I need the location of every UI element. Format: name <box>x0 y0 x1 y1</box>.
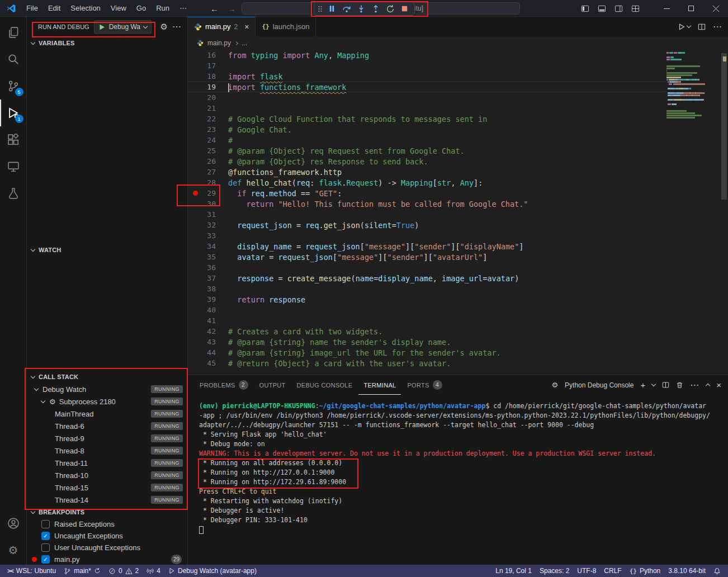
pause-button[interactable] <box>325 3 338 15</box>
debug-config-dropdown[interactable]: Debug Wa <box>94 20 152 34</box>
panel-tab-terminal[interactable]: TERMINAL <box>358 375 401 395</box>
editor-scrollbar[interactable] <box>720 50 728 375</box>
code-lines[interactable]: 16from typing import Any, Mapping1718imp… <box>188 50 665 368</box>
restart-button[interactable] <box>384 3 396 15</box>
close-tab-icon[interactable]: × <box>244 22 249 31</box>
menu-item-run[interactable]: Run <box>151 0 174 17</box>
split-editor-icon[interactable] <box>698 23 706 31</box>
breakpoint-checkbox[interactable]: ✓ <box>41 532 50 540</box>
call-stack-section-header[interactable]: CALL STACK <box>27 371 187 383</box>
menu-item-view[interactable]: View <box>106 0 131 17</box>
kill-terminal-icon[interactable] <box>676 381 683 389</box>
launch-settings-gear-icon[interactable]: ⚙ <box>160 23 168 31</box>
menu-item-more[interactable]: ⋯ <box>174 0 192 17</box>
variables-section-header[interactable]: VARIABLES <box>27 37 187 49</box>
call-stack-row[interactable]: Thread-15RUNNING <box>27 481 187 494</box>
activity-explorer[interactable] <box>0 19 27 46</box>
terminal-name[interactable]: Python Debug Console <box>565 381 634 389</box>
minimap[interactable] <box>666 51 720 119</box>
call-stack-row[interactable]: Thread-14RUNNING <box>27 494 187 506</box>
menu-item-file[interactable]: File <box>21 0 43 17</box>
editor[interactable]: 16from typing import Any, Mapping1718imp… <box>188 50 728 375</box>
activity-source-control[interactable]: 5 <box>0 73 27 100</box>
nav-forward-icon[interactable]: → <box>228 4 236 13</box>
step-into-button[interactable] <box>354 3 367 15</box>
ports-indicator[interactable]: 4 <box>143 565 164 577</box>
remote-indicator[interactable]: >< WSL: Ubuntu <box>3 565 60 577</box>
panel-tab-problems[interactable]: PROBLEMS2 <box>195 375 253 395</box>
breadcrumb[interactable]: main.py ... <box>188 36 728 50</box>
minimize-icon[interactable] <box>654 0 679 17</box>
terminal-content[interactable]: (env) pierrick@LAPTOP-HKU5PNNG:~/git/goo… <box>188 395 728 565</box>
stop-button[interactable] <box>398 3 411 15</box>
menu-item-selection[interactable]: Selection <box>65 0 105 17</box>
panel-tab-label: DEBUG CONSOLE <box>297 382 353 389</box>
activity-remote-explorer[interactable] <box>0 153 27 180</box>
breakpoint-icon[interactable] <box>193 191 198 196</box>
breakpoint-row[interactable]: ✓Uncaught Exceptions <box>27 530 187 542</box>
drag-handle-icon[interactable] <box>318 4 323 13</box>
breadcrumb-item[interactable]: main.py <box>207 39 231 47</box>
breakpoint-checkbox[interactable] <box>41 543 50 552</box>
run-python-file-button[interactable] <box>678 23 691 31</box>
chevron-up-icon[interactable] <box>706 384 710 388</box>
call-stack-row[interactable]: ⚙Subprocess 2180RUNNING <box>27 395 187 408</box>
breakpoint-row[interactable]: Raised Exceptions <box>27 518 187 530</box>
indentation-indicator[interactable]: Spaces: 2 <box>536 565 573 577</box>
panel-tab-debug-console[interactable]: DEBUG CONSOLE <box>292 375 358 395</box>
call-stack-row[interactable]: Thread-9RUNNING <box>27 432 187 444</box>
activity-extensions[interactable] <box>0 126 27 153</box>
breakpoint-row[interactable]: User Uncaught Exceptions <box>27 542 187 554</box>
watch-section-header[interactable]: WATCH <box>27 244 187 256</box>
breakpoint-gutter[interactable] <box>188 191 202 196</box>
step-out-button[interactable] <box>369 3 382 15</box>
call-stack-row[interactable]: Thread-10RUNNING <box>27 469 187 481</box>
toggle-secondary-sidebar-icon[interactable] <box>614 4 623 13</box>
panel-tab-ports[interactable]: PORTS4 <box>402 375 447 395</box>
more-actions-icon[interactable]: ⋯ <box>690 381 699 390</box>
customize-layout-icon[interactable] <box>631 4 640 13</box>
more-actions-icon[interactable]: ⋯ <box>172 22 182 31</box>
call-stack-row[interactable]: Thread-6RUNNING <box>27 420 187 432</box>
activity-testing[interactable] <box>0 180 27 207</box>
close-panel-icon[interactable]: × <box>716 381 721 389</box>
cursor-position[interactable]: Ln 19, Col 1 <box>491 565 536 577</box>
panel-tab-output[interactable]: OUTPUT <box>254 375 291 395</box>
tab-launch-json[interactable]: {} launch.json <box>256 17 316 36</box>
scrollbar-slider[interactable] <box>721 53 727 200</box>
breakpoint-row[interactable]: ✓main.py29 <box>27 554 187 565</box>
toggle-panel-icon[interactable] <box>598 4 606 13</box>
eol-indicator[interactable]: CRLF <box>600 565 625 577</box>
notifications-button[interactable] <box>710 565 725 577</box>
language-indicator[interactable]: {} Python <box>626 565 665 577</box>
breadcrumb-item[interactable]: ... <box>242 39 247 47</box>
menu-item-go[interactable]: Go <box>131 0 151 17</box>
call-stack-row[interactable]: MainThreadRUNNING <box>27 408 187 420</box>
toggle-sidebar-icon[interactable] <box>581 4 589 13</box>
breakpoint-checkbox[interactable] <box>41 520 50 528</box>
tab-main-py[interactable]: main.py 2 × <box>188 17 256 36</box>
activity-search[interactable] <box>0 46 27 73</box>
debug-session-indicator[interactable]: Debug Watch (avatar-app) <box>164 565 261 577</box>
step-over-button[interactable] <box>340 3 353 15</box>
activity-run-debug[interactable]: 1 <box>0 100 27 126</box>
branch-indicator[interactable]: main* <box>60 565 105 577</box>
breakpoints-section-header[interactable]: BREAKPOINTS <box>27 506 187 518</box>
settings-button[interactable]: ⚙ <box>0 537 27 564</box>
new-terminal-icon[interactable]: + <box>640 381 645 389</box>
encoding-indicator[interactable]: UTF-8 <box>573 565 600 577</box>
chevron-down-icon[interactable] <box>651 382 656 386</box>
call-stack-row[interactable]: Thread-11RUNNING <box>27 457 187 469</box>
problems-indicator[interactable]: 0 2 <box>105 565 143 577</box>
nav-back-icon[interactable]: ← <box>210 4 219 13</box>
more-actions-icon[interactable]: ⋯ <box>713 22 722 31</box>
menu-item-edit[interactable]: Edit <box>43 0 65 17</box>
split-terminal-icon[interactable] <box>662 381 669 389</box>
accounts-button[interactable] <box>0 510 27 537</box>
maximize-icon[interactable] <box>679 0 703 17</box>
interpreter-indicator[interactable]: 3.8.10 64-bit <box>664 565 710 577</box>
call-stack-row[interactable]: Thread-8RUNNING <box>27 444 187 457</box>
call-stack-row[interactable]: Debug WatchRUNNING <box>27 383 187 395</box>
breakpoint-checkbox[interactable]: ✓ <box>41 555 50 564</box>
close-window-icon[interactable] <box>703 0 728 17</box>
